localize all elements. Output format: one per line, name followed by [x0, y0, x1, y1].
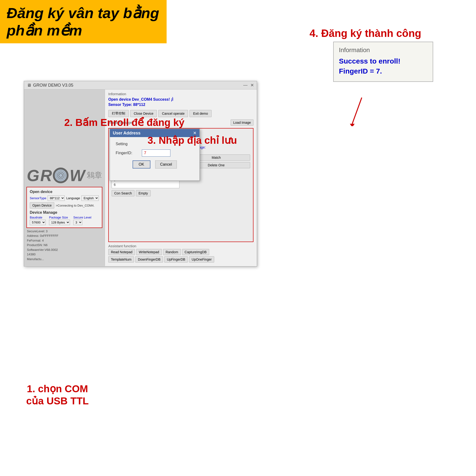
down-finger-db-button[interactable]: DownFingerDB [135, 256, 163, 262]
logo-text-w: W [69, 166, 85, 185]
assistant-btn-row1: Read Notepad WriteNotepad Random Capture… [108, 249, 254, 255]
fingerprint-svg [55, 170, 67, 181]
dialog-title: User Address [113, 131, 140, 136]
app-info-text: Open device Dev_COM4 Success! ¡Ì Sensor … [108, 97, 254, 108]
dialog-field-label: FingerID: [116, 151, 139, 155]
success-line1: Success to enroll! [339, 56, 427, 66]
svg-point-3 [57, 172, 64, 179]
baudrate-col: Baudrate 57600 [30, 216, 46, 225]
dialog-fingerid-input[interactable] [142, 150, 170, 157]
header-banner: Đăng ký vân tay bằng phần mềm [0, 0, 167, 43]
sensor-type-row: SensorType 88*112 Language English [30, 195, 99, 201]
svg-line-0 [352, 98, 362, 124]
app-title-area: 🖥 GROW DEMO V3.05 [27, 83, 73, 88]
assistant-section: Assistant function Read Notepad WriteNot… [108, 244, 254, 264]
minimize-button[interactable]: — [243, 83, 248, 88]
success-info-title: Information [339, 46, 427, 54]
open-device-row: Open Device >Connecting to Dev_COM4. [30, 202, 99, 208]
capture-imgdb-button[interactable]: CaptureImgDB [182, 249, 209, 255]
dialog-fingerid-row: FingerID: [116, 150, 194, 157]
window-controls: — ✕ [243, 83, 254, 88]
device-manage-row: Baudrate 57600 Package Size 128 Bytes Se… [30, 216, 99, 225]
svg-marker-1 [350, 124, 355, 126]
empty-button[interactable]: Empty [136, 190, 151, 196]
secure-level-col: Secure Level 3 [73, 216, 91, 225]
app-icon: 🖥 [27, 83, 31, 88]
baudrate-select[interactable]: 57600 [30, 220, 46, 225]
step4-annotation: 4. Đăng ký thành công [310, 27, 421, 39]
load-image-button[interactable]: Load Image [231, 119, 254, 126]
open-device-button[interactable]: Open Device [30, 202, 54, 208]
step3-annotation: 3. Nhập địa chỉ lưu [148, 135, 237, 146]
up-finger-db-button[interactable]: UpFingerDB [164, 256, 188, 262]
bottom-btn-row: Con Search Empty [112, 190, 250, 196]
secure-level-select[interactable]: 3 [73, 220, 82, 225]
logo-area: G R W 鴸章 [27, 166, 102, 185]
random-button[interactable]: Random [163, 249, 181, 255]
cancel-operate-button[interactable]: Cancel operate [158, 110, 188, 117]
main-btn-row: 灯带控制 Close Device Cancel operate Exit de… [108, 110, 254, 117]
app-info-section: Information Open device Dev_COM4 Success… [108, 92, 254, 108]
con-search-button[interactable]: Con Search [112, 190, 135, 196]
app-title: GROW DEMO V3.05 [33, 83, 73, 88]
close-button[interactable]: ✕ [250, 83, 254, 88]
dialog-cancel-button[interactable]: Cancel [155, 160, 177, 169]
template-num-button[interactable]: TemplateNum [108, 256, 134, 262]
dialog-ok-button[interactable]: OK [133, 160, 151, 169]
logo-text-g: G [27, 166, 39, 185]
step2-annotation: 2. Bấm Enroll để đăng ký [64, 117, 185, 128]
success-info-content: Success to enroll! FingerID = 7. [339, 56, 427, 76]
logo-o-ring [53, 168, 68, 183]
sensor-type-select[interactable]: 88*112 [48, 195, 65, 201]
language-select[interactable]: English [81, 195, 99, 201]
close-device-button[interactable]: Close Device [130, 110, 157, 117]
write-notepad-button[interactable]: WriteNotepad [136, 249, 162, 255]
light-control-button[interactable]: 灯带控制 [108, 110, 129, 117]
success-line2: FingerID = 7. [339, 66, 427, 76]
logo-text-r: R [40, 166, 52, 185]
assistant-btn-row2: TemplateNum DownFingerDB UpFingerDB UpOn… [108, 256, 254, 262]
package-size-select[interactable]: 128 Bytes [49, 220, 70, 225]
package-size-col: Package Size 128 Bytes [49, 216, 70, 225]
svg-point-2 [59, 173, 63, 177]
page-title: Đăng ký vân tay bằng phần mềm [7, 4, 160, 39]
app-titlebar: 🖥 GROW DEMO V3.05 — ✕ [24, 81, 257, 89]
up-one-finger-button[interactable]: UpOneFinger [189, 256, 214, 262]
step1-annotation: 1. chọn COM của USB TTL [26, 383, 89, 407]
arrow-icon [347, 95, 367, 126]
logo-badge: 鴸章 [87, 170, 102, 181]
list-item: 6 [114, 182, 177, 187]
success-info-box: Information Success to enroll! FingerID … [333, 42, 433, 82]
open-device-box: Open device SensorType 88*112 Language E… [26, 187, 102, 228]
dialog-btn-row: OK Cancel [116, 160, 194, 169]
read-notepad-button[interactable]: Read Notepad [108, 249, 135, 255]
exit-demo-button[interactable]: Exit demo [189, 110, 211, 117]
left-panel: G R W 鴸章 Hardware information DataBaseSi… [24, 89, 105, 266]
